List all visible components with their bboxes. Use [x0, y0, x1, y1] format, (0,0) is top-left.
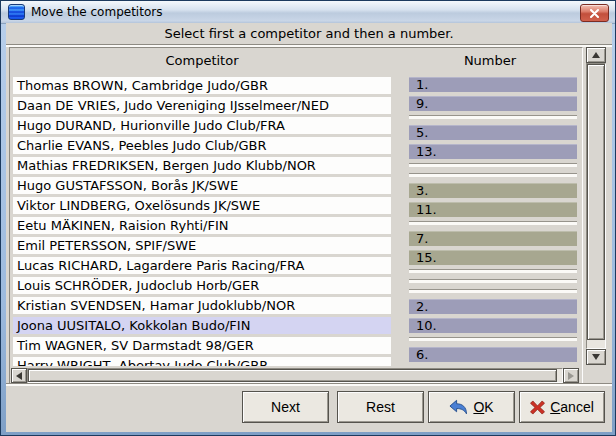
- number-chip[interactable]: 6.: [409, 347, 577, 362]
- vertical-scrollbar-trough[interactable]: [586, 63, 606, 349]
- button-area-divider: [6, 383, 612, 386]
- empty-number-slot: [409, 289, 577, 293]
- competitor-row[interactable]: Kristian SVENDSEN, Hamar Judoklubb/NOR: [13, 297, 391, 314]
- number-chip[interactable]: 11.: [409, 202, 577, 217]
- ok-button-label: OK: [473, 399, 493, 415]
- horizontal-scrollbar-thumb[interactable]: [28, 369, 557, 382]
- competitor-row[interactable]: Joona UUSITALO, Kokkolan Budo/FIN: [13, 317, 391, 334]
- dialog-window: Move the competitors Select first a comp…: [0, 0, 616, 436]
- number-chip[interactable]: 3.: [409, 183, 577, 198]
- number-column-header: Number: [406, 53, 574, 68]
- scroll-down-arrow-icon: [592, 354, 600, 360]
- empty-number-slot: [409, 269, 577, 273]
- competitor-row[interactable]: Thomas BROWN, Cambridge Judo/GBR: [13, 77, 391, 94]
- number-chip[interactable]: 2.: [409, 299, 577, 314]
- competitor-row[interactable]: Mathias FREDRIKSEN, Bergen Judo Klubb/NO…: [13, 157, 391, 174]
- ok-reply-arrow-icon: [449, 399, 468, 415]
- scroll-right-button[interactable]: [563, 368, 579, 383]
- scroll-left-arrow-icon: [16, 372, 22, 380]
- title-bar[interactable]: Move the competitors: [1, 1, 615, 24]
- rest-button[interactable]: Rest: [337, 391, 424, 423]
- number-chip[interactable]: 13.: [409, 144, 577, 159]
- cancel-button-label: Cancel: [550, 399, 594, 415]
- instruction-label: Select first a competitor and then a num…: [6, 26, 612, 41]
- number-chip[interactable]: 9.: [409, 96, 577, 111]
- competitor-row[interactable]: Lucas RICHARD, Lagardere Paris Racing/FR…: [13, 257, 391, 274]
- list-viewport: Thomas BROWN, Cambridge Judo/GBRDaan DE …: [13, 77, 579, 366]
- rest-button-label: Rest: [366, 399, 395, 415]
- number-chip[interactable]: 1.: [409, 77, 577, 92]
- competitor-row[interactable]: Hugo DURAND, Hurionville Judo Club/FRA: [13, 117, 391, 134]
- next-button-label: Next: [271, 399, 300, 415]
- close-button[interactable]: [580, 4, 609, 22]
- competitor-row[interactable]: Emil PETERSSON, SPIF/SWE: [13, 237, 391, 254]
- empty-number-slot: [409, 221, 577, 225]
- dialog-body: Select first a competitor and then a num…: [6, 23, 612, 432]
- next-button[interactable]: Next: [242, 391, 329, 423]
- competitor-column-header: Competitor: [13, 53, 391, 68]
- vertical-scrollbar[interactable]: [586, 47, 606, 365]
- competitor-row[interactable]: Charlie EVANS, Peebles Judo Club/GBR: [13, 137, 391, 154]
- vertical-scrollbar-thumb[interactable]: [587, 64, 605, 340]
- competitor-row[interactable]: Louis SCHRÖDER, Judoclub Horb/GER: [13, 277, 391, 294]
- competitor-row[interactable]: Harry WRIGHT, Abertay Judo Club/GBR: [13, 357, 391, 366]
- empty-number-slot: [409, 163, 577, 167]
- number-chip[interactable]: 10.: [409, 318, 577, 333]
- scroll-left-button[interactable]: [11, 368, 27, 383]
- number-chip[interactable]: 5.: [409, 125, 577, 140]
- scroll-up-arrow-icon: [592, 52, 600, 58]
- number-chip[interactable]: 7.: [409, 231, 577, 246]
- scroll-down-button[interactable]: [586, 349, 606, 365]
- competitor-row[interactable]: Eetu MÄKINEN, Raision Ryhti/FIN: [13, 217, 391, 234]
- competitor-row[interactable]: Tim WAGNER, SV Darmstadt 98/GER: [13, 337, 391, 354]
- competitor-row[interactable]: Daan DE VRIES, Judo Vereniging IJsselmee…: [13, 97, 391, 114]
- competitor-row[interactable]: Viktor LINDBERG, Oxelösunds JK/SWE: [13, 197, 391, 214]
- horizontal-scrollbar[interactable]: [11, 368, 579, 383]
- empty-number-slot: [409, 115, 577, 119]
- close-x-icon: [590, 9, 599, 18]
- competitor-row[interactable]: Hugo GUSTAFSSON, Borås JK/SWE: [13, 177, 391, 194]
- window-title: Move the competitors: [31, 5, 162, 19]
- horizontal-scrollbar-trough[interactable]: [27, 368, 563, 383]
- scroll-right-arrow-icon: [568, 372, 574, 380]
- empty-number-slot: [409, 279, 577, 283]
- number-chip[interactable]: 15.: [409, 250, 577, 265]
- cancel-x-icon: [530, 400, 545, 415]
- app-window-icon: [8, 4, 25, 20]
- competitor-list-frame: Competitor Number Thomas BROWN, Cambridg…: [9, 47, 583, 385]
- cancel-button[interactable]: Cancel: [519, 391, 605, 423]
- number-list: 1.9.5.13.3.11.7.15.2.10.6.14.: [409, 77, 577, 366]
- empty-number-slot: [409, 173, 577, 177]
- competitor-list: Thomas BROWN, Cambridge Judo/GBRDaan DE …: [13, 77, 391, 366]
- ok-button[interactable]: OK: [428, 391, 515, 423]
- empty-number-slot: [409, 337, 577, 341]
- scroll-up-button[interactable]: [586, 47, 606, 63]
